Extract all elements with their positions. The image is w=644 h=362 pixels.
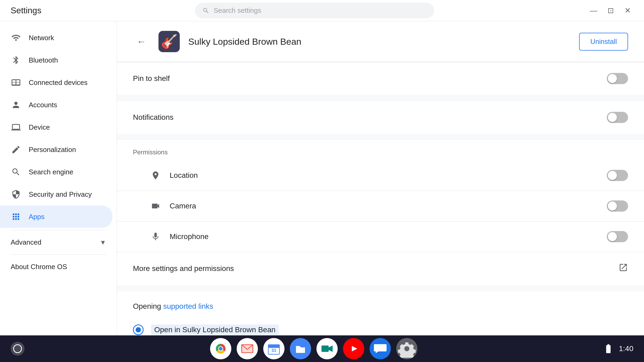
permissions-header: Permissions [117, 140, 644, 160]
content-body: ← 🎸 Sulky Lopsided Brown Bean Uninstall … [117, 21, 644, 362]
search-engine-icon [11, 167, 21, 177]
microphone-toggle[interactable] [607, 231, 628, 242]
sidebar-divider-2 [11, 254, 106, 255]
more-settings-label: More settings and permissions [133, 264, 618, 273]
microphone-label: Microphone [170, 232, 607, 241]
app-icon: 🎸 [158, 31, 180, 52]
sidebar-label-bluetooth: Bluetooth [29, 56, 58, 64]
camera-label: Camera [170, 202, 607, 210]
sidebar-item-bluetooth[interactable]: Bluetooth [0, 49, 112, 71]
sidebar-label-apps: Apps [29, 213, 44, 221]
taskbar-left [11, 342, 24, 356]
svg-point-0 [14, 345, 22, 353]
gap-1 [117, 95, 644, 101]
app-header: ← 🎸 Sulky Lopsided Brown Bean Uninstall [117, 21, 644, 62]
app-title: Settings [11, 6, 41, 15]
search-input[interactable] [214, 6, 426, 15]
chevron-down-icon: ▼ [100, 239, 106, 246]
launcher-button[interactable] [11, 342, 24, 356]
svg-point-4 [219, 347, 223, 351]
taskbar-meet[interactable] [316, 338, 338, 359]
shield-icon [11, 189, 21, 200]
back-button[interactable]: ← [133, 33, 150, 50]
location-toggle[interactable] [607, 170, 628, 181]
edit-icon [11, 144, 21, 155]
pin-to-shelf-section: Pin to shelf [117, 62, 644, 95]
radio-outer-app [133, 324, 144, 335]
sidebar-item-search-engine[interactable]: Search engine [0, 161, 112, 183]
sidebar-item-apps[interactable]: Apps [0, 205, 112, 228]
taskbar-youtube[interactable] [343, 338, 364, 359]
location-label: Location [170, 171, 607, 180]
sidebar-item-accounts[interactable]: Accounts [0, 94, 112, 116]
laptop-icon [11, 122, 21, 133]
taskbar-calendar[interactable]: 31 [263, 338, 285, 359]
sidebar-label-connected-devices: Connected devices [29, 79, 87, 87]
external-link-icon [618, 263, 628, 274]
svg-point-19 [404, 346, 409, 351]
sidebar-item-network[interactable]: Network [0, 27, 112, 49]
taskbar-apps: 31 [24, 338, 603, 359]
sidebar-label-accounts: Accounts [29, 101, 57, 109]
bluetooth-icon [11, 55, 21, 65]
permission-row-camera: Camera [117, 191, 644, 221]
pin-to-shelf-label: Pin to shelf [133, 74, 607, 83]
radio-label-app: Open in Sulky Lopsided Brown Bean [151, 324, 279, 335]
uninstall-button[interactable]: Uninstall [579, 33, 628, 51]
taskbar-gmail[interactable] [237, 338, 258, 359]
permission-row-location: Location [117, 160, 644, 191]
taskbar-right: 1:40 [603, 343, 634, 354]
apps-icon [11, 211, 21, 222]
app-name: Sulky Lopsided Brown Bean [188, 36, 571, 47]
permissions-section: Permissions Location Cam [117, 140, 644, 252]
opening-title: Opening supported links [133, 302, 628, 311]
maximize-button[interactable]: ⊡ [605, 5, 616, 17]
minimize-button[interactable]: — [588, 5, 599, 17]
sidebar-item-about[interactable]: About Chrome OS [0, 257, 112, 277]
sidebar-item-device[interactable]: Device [0, 116, 112, 138]
sidebar-label-device: Device [29, 123, 50, 131]
battery-icon [603, 343, 614, 354]
taskbar-settings[interactable] [396, 338, 417, 359]
main-layout: Network Bluetooth Connected devices [0, 21, 644, 362]
search-icon [202, 7, 210, 14]
gap-2 [117, 134, 644, 140]
camera-toggle[interactable] [607, 200, 628, 212]
sidebar-item-security[interactable]: Security and Privacy [0, 183, 112, 205]
search-bar[interactable] [195, 3, 434, 18]
person-icon [11, 100, 21, 110]
taskbar-files[interactable] [290, 338, 311, 359]
pin-to-shelf-toggle[interactable] [607, 73, 628, 84]
titlebar: Settings — ⊡ ✕ [0, 0, 644, 21]
taskbar-chat[interactable] [370, 338, 391, 359]
more-settings-row[interactable]: More settings and permissions [117, 252, 644, 285]
svg-rect-9 [268, 345, 279, 348]
gap-3 [117, 285, 644, 291]
sidebar-item-personalization[interactable]: Personalization [0, 138, 112, 161]
window: Settings — ⊡ ✕ Network [0, 0, 644, 362]
taskbar-chrome[interactable] [210, 338, 231, 359]
sidebar-item-connected-devices[interactable]: Connected devices [0, 71, 112, 94]
microphone-icon [149, 230, 162, 243]
content-area: ← 🎸 Sulky Lopsided Brown Bean Uninstall … [117, 21, 644, 362]
notifications-row: Notifications [117, 101, 644, 134]
sidebar-label-about: About Chrome OS [11, 263, 67, 271]
location-icon [149, 169, 162, 182]
radio-inner-app [136, 327, 141, 332]
notifications-toggle[interactable] [607, 112, 628, 123]
sidebar-divider [11, 230, 106, 230]
wifi-icon [11, 32, 21, 43]
notifications-label: Notifications [133, 113, 607, 122]
sidebar-label-network: Network [29, 34, 54, 42]
sidebar: Network Bluetooth Connected devices [0, 21, 117, 362]
sidebar-label-search-engine: Search engine [29, 168, 73, 176]
svg-rect-13 [321, 345, 329, 352]
taskbar: 31 [0, 335, 644, 362]
supported-links-link[interactable]: supported links [163, 302, 213, 310]
clock: 1:40 [619, 344, 634, 353]
permission-row-microphone: Microphone [117, 221, 644, 252]
sidebar-item-advanced[interactable]: Advanced ▼ [0, 232, 117, 252]
sidebar-label-advanced: Advanced [11, 238, 41, 246]
tablet-icon [11, 77, 21, 88]
close-button[interactable]: ✕ [622, 5, 633, 17]
